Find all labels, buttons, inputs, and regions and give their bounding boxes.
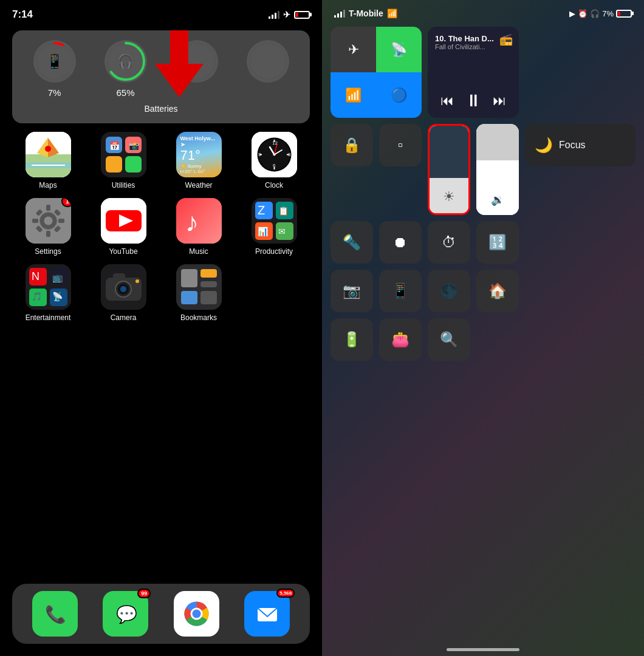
svg-rect-43 <box>58 219 64 223</box>
screen-mirror-btn[interactable]: ▫️ <box>379 124 422 166</box>
battery-circle-empty2 <box>247 40 289 83</box>
app-icon-music[interactable]: ♪ <box>176 198 222 244</box>
headphones-icon: 🎧 <box>590 9 600 18</box>
focus-btn[interactable]: 🌙 Focus <box>525 124 635 166</box>
brightness-slider[interactable]: ☀ <box>428 124 470 215</box>
sig-bar-r1 <box>334 15 336 18</box>
svg-text:Z: Z <box>258 203 265 217</box>
hotspot-btn[interactable]: 📡 <box>376 27 422 72</box>
app-icon-youtube[interactable] <box>101 198 146 244</box>
app-item-maps[interactable]: Maps <box>15 132 81 190</box>
battery-cc-btn[interactable]: 🔋 <box>331 318 373 361</box>
svg-rect-51 <box>176 198 222 244</box>
cc-row-1: ✈ 📡 📶 🔵 10. The Han D... Fall of Civiliz… <box>331 27 635 118</box>
status-info-right: ▶ ⏰ 🎧 7% <box>569 9 632 18</box>
remote-icon: 📱 <box>391 282 409 299</box>
timer-btn[interactable]: ⏱ <box>428 221 470 264</box>
airplane-mode-btn[interactable]: ✈ <box>331 27 376 72</box>
app-label-clock: Clock <box>265 181 283 190</box>
screen-record-btn[interactable]: ⏺ <box>379 221 422 264</box>
calculator-btn[interactable]: 🔢 <box>476 221 519 264</box>
left-panel: 7:14 ✈ <box>0 0 322 656</box>
signal-bars <box>269 10 279 19</box>
svg-rect-83 <box>200 291 217 304</box>
app-icon-settings[interactable]: 1 <box>26 198 71 244</box>
dark-mode-btn[interactable]: 🌑 <box>428 270 470 312</box>
media-player[interactable]: 10. The Han D... Fall of Civilizati... ⏮… <box>428 27 519 118</box>
dock-item-messages[interactable]: 💬 99 <box>103 591 148 637</box>
app-item-clock[interactable]: 12 3 6 9 Clock <box>241 132 307 190</box>
dock-icon-phone[interactable]: 📞 <box>32 591 78 637</box>
svg-rect-18 <box>106 156 122 173</box>
app-item-entertainment[interactable]: N 📺 🎵 📡 Entertainment <box>15 264 81 322</box>
battery-pct-right: 7% <box>602 9 614 18</box>
brightness-icon: ☀ <box>443 189 455 205</box>
app-item-youtube[interactable]: YouTube <box>90 198 157 256</box>
magnifier-btn[interactable]: 🔍 <box>428 318 470 361</box>
svg-text:📺: 📺 <box>52 273 63 283</box>
battery-icon-left <box>294 11 310 19</box>
svg-rect-40 <box>46 205 50 211</box>
flashlight-icon: 🔦 <box>343 234 361 251</box>
calculator-icon: 🔢 <box>488 234 507 251</box>
svg-point-14 <box>45 146 51 152</box>
next-btn[interactable]: ⏭ <box>493 93 506 109</box>
svg-point-32 <box>273 154 275 156</box>
app-icon-utilities[interactable]: 📅 📸 <box>101 132 146 177</box>
home-indicator-right[interactable] <box>447 648 519 651</box>
app-item-productivity[interactable]: Z 📋 📊 ✉ Productivity <box>241 198 307 256</box>
bluetooth-btn[interactable]: 🔵 <box>376 72 422 118</box>
app-icon-maps[interactable] <box>26 132 71 177</box>
app-item-utilities[interactable]: 📅 📸 Utilities <box>90 132 157 190</box>
rotation-lock-btn[interactable]: 🔒 <box>331 124 373 166</box>
wifi-btn[interactable]: 📶 <box>331 72 376 118</box>
volume-slider[interactable]: 🔉 <box>476 124 519 215</box>
app-item-bookmarks[interactable]: Bookmarks <box>165 264 232 322</box>
empty-cell <box>476 318 519 361</box>
dock-item-chrome[interactable] <box>174 591 219 637</box>
app-item-music[interactable]: ♪ Music <box>165 198 232 256</box>
phone-battery-pct: 7% <box>48 87 61 98</box>
svg-text:📸: 📸 <box>129 141 140 151</box>
battery-item-phone: 📱 7% <box>33 40 76 98</box>
control-center: ✈ 📡 📶 🔵 10. The Han D... Fall of Civiliz… <box>322 23 644 371</box>
flashlight-btn[interactable]: 🔦 <box>331 221 373 264</box>
app-item-settings[interactable]: 1 Settings <box>15 198 81 256</box>
sig-bar-r4 <box>343 10 345 18</box>
app-icon-entertainment[interactable]: N 📺 🎵 📡 <box>26 264 71 310</box>
record-icon: ⏺ <box>393 234 408 251</box>
status-bar-right: T-Mobile 📶 ▶ ⏰ 🎧 7% <box>322 0 644 23</box>
app-icon-camera[interactable] <box>101 264 146 310</box>
app-item-camera[interactable]: Camera <box>90 264 157 322</box>
app-item-weather[interactable]: West Holyw... ➤ 71° ☀️ Sunny H:85° L:60°… <box>165 132 232 190</box>
homekit-btn[interactable]: 🏠 <box>476 270 519 312</box>
app-icon-bookmarks[interactable] <box>176 264 222 310</box>
svg-rect-82 <box>200 281 217 287</box>
app-icon-weather[interactable]: West Holyw... ➤ 71° ☀️ Sunny H:85° L:60° <box>176 132 222 177</box>
play-pause-btn[interactable]: ⏸ <box>465 91 482 111</box>
dock-item-mail[interactable]: 5,568 <box>244 591 290 637</box>
dock-icon-messages[interactable]: 💬 99 <box>103 591 148 637</box>
dock: 📞 💬 99 <box>12 584 310 644</box>
podcast-icon: 📻 <box>499 33 513 46</box>
app-icon-productivity[interactable]: Z 📋 📊 ✉ <box>252 198 297 244</box>
svg-text:12: 12 <box>272 140 278 146</box>
app-label-maps: Maps <box>39 181 57 190</box>
svg-rect-73 <box>113 273 125 279</box>
app-icon-clock[interactable]: 12 3 6 9 <box>252 132 297 177</box>
prev-btn[interactable]: ⏮ <box>440 93 454 109</box>
dock-item-phone[interactable]: 📞 <box>32 591 78 637</box>
messages-badge: 99 <box>137 589 151 598</box>
dock-icon-mail[interactable]: 5,568 <box>244 591 290 637</box>
media-controls: ⏮ ⏸ ⏭ <box>435 91 512 111</box>
sig-bar-r3 <box>340 12 342 18</box>
camera-cc-btn[interactable]: 📷 <box>331 270 373 312</box>
signal-bar-1 <box>269 16 270 19</box>
svg-text:9: 9 <box>258 152 261 157</box>
wallet-btn[interactable]: 👛 <box>379 318 422 361</box>
dock-icon-chrome[interactable] <box>174 591 219 637</box>
location-icon: ✈ <box>283 10 290 19</box>
carrier-name: T-Mobile <box>349 9 383 18</box>
remote-btn[interactable]: 📱 <box>379 270 422 312</box>
svg-point-76 <box>120 286 126 292</box>
